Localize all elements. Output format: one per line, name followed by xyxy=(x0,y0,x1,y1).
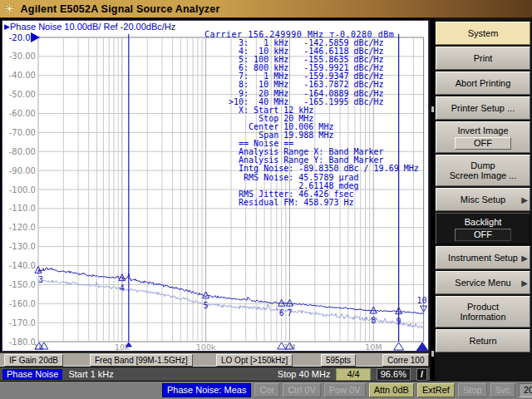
softkey-toggle-value[interactable]: OFF xyxy=(455,137,511,150)
y-axis-label: -150.0 xyxy=(9,280,36,289)
y-axis-labels: -20.00-30.00-40.00-50.00-60.00-70.00-80.… xyxy=(9,33,36,347)
active-trace-icon: ▶ xyxy=(4,22,10,31)
y-axis-label: -180.0 xyxy=(9,337,36,347)
status-badge-svc: Svc xyxy=(490,383,515,397)
softkey-label: Printer Setup ... xyxy=(451,103,515,113)
app-title: Agilent E5052A Signal Source Analyzer xyxy=(21,3,220,15)
softkey-instrument-setup[interactable]: Instrument Setup▶ xyxy=(436,246,530,269)
softkey-printer-setup[interactable]: Printer Setup ... xyxy=(436,96,530,120)
svg-text:7: 7 xyxy=(287,308,292,318)
y-axis-label: -100.0 xyxy=(9,185,36,195)
setting-button-lo-opt-150khz[interactable]: LO Opt [>150kHz] xyxy=(216,354,293,367)
softkey-label: Backlight xyxy=(465,217,502,227)
softkey-label-line2: Screen Image ... xyxy=(450,170,517,180)
instrument-status-bar: Phase Noise: MeasCorCtrl 0VPow 0VAttn 0d… xyxy=(0,382,532,399)
y-axis-label: -50.00 xyxy=(9,90,36,99)
scroll-tick-bottom xyxy=(431,351,434,357)
marker-table: 3: 1 kHz -142.5859 dBc/Hz 4: 10 kHz -146… xyxy=(229,39,419,207)
softkey-label: Return xyxy=(469,336,496,346)
softkey-service-menu[interactable]: Service Menu▶ xyxy=(436,271,530,294)
svg-text:10: 10 xyxy=(417,296,427,305)
y-axis-label: -110.0 xyxy=(9,204,36,213)
status-badge-pow-0v: Pow 0V xyxy=(324,383,366,397)
submenu-arrow-icon: ▶ xyxy=(521,195,528,204)
y-axis-label: -80.00 xyxy=(9,147,36,156)
average-count-badge: 4/4 xyxy=(336,368,370,381)
sweep-spinner-icon: / xyxy=(416,368,427,381)
softkey-system[interactable]: System xyxy=(436,22,530,45)
status-badge-extref: ExtRef xyxy=(417,383,455,397)
softkey-toggle-value[interactable]: OFF xyxy=(455,229,511,241)
y-axis-label: -90.00 xyxy=(9,166,36,175)
softkey-invert-image[interactable]: Invert ImageOFF xyxy=(436,121,530,153)
y-axis-label: -170.0 xyxy=(9,318,36,328)
softkey-label: System xyxy=(468,28,499,38)
svg-text:4: 4 xyxy=(120,283,125,293)
instrument-screen: ✳ Agilent E5052A Signal Source Analyzer … xyxy=(0,0,532,399)
trace-scale-header: ▶Phase Noise 10.00dB/ Ref -20.00dBc/Hz xyxy=(4,22,175,32)
softkey-label: Dump xyxy=(470,160,495,170)
status-badge-cor: Cor xyxy=(254,383,279,397)
marker-table-line: Intg Noise: -89.8350 dBc / 19.69 MHz xyxy=(229,165,419,173)
status-badge-ctrl-0v: Ctrl 0V xyxy=(283,383,321,397)
setting-button-595pts[interactable]: 595pts xyxy=(321,354,356,367)
softkey-return[interactable]: Return xyxy=(436,329,530,352)
softkey-menu: SystemPrintAbort PrintingPrinter Setup .… xyxy=(436,22,530,352)
softkey-backlight[interactable]: BacklightOFF xyxy=(436,213,530,244)
softkey-label-line2: Information xyxy=(460,312,505,322)
status-badge-2021-05-28-10-52: 2021-05-28 10:52 xyxy=(519,383,532,397)
progress-badge: 96.6% xyxy=(377,368,411,381)
sweep-stop-label: Stop 40 MHz xyxy=(278,369,331,379)
setting-button-if-gain-20db[interactable]: IF Gain 20dB xyxy=(4,354,63,367)
y-axis-label: -40.00 xyxy=(9,71,36,80)
svg-text:3: 3 xyxy=(38,275,43,284)
svg-text:8: 8 xyxy=(371,316,376,325)
y-axis-label: -130.0 xyxy=(9,242,36,251)
softkey-product[interactable]: ProductInformation xyxy=(436,296,530,328)
x-axis-label: 1k xyxy=(33,342,43,351)
app-icon: ✳ xyxy=(4,2,15,15)
softkey-label: Misc Setup xyxy=(461,195,505,204)
setting-button-corre-100[interactable]: Corre 100 xyxy=(382,354,429,367)
softkey-menu-scrollbar[interactable] xyxy=(431,18,435,381)
softkey-label: Invert Image xyxy=(457,126,508,135)
x-axis-labels: 1k10k100k1M10M xyxy=(33,342,382,351)
status-badge-phase-noise-meas: Phase Noise: Meas xyxy=(162,383,251,397)
y-axis-label: -60.00 xyxy=(9,109,36,118)
softkey-label: Service Menu xyxy=(455,278,510,288)
marker-table-line: Residual FM: 458.973 Hz xyxy=(229,199,419,207)
y-axis-label: -30.00 xyxy=(9,52,36,61)
measurement-settings-bar: IF Gain 20dBFreq Band [99M-1.5GHz]LO Opt… xyxy=(0,352,429,367)
svg-text:5: 5 xyxy=(204,301,209,310)
softkey-dump[interactable]: DumpScreen Image ... xyxy=(436,155,530,186)
x-axis-label: 100k xyxy=(196,342,216,351)
softkey-print[interactable]: Print xyxy=(436,47,530,70)
svg-text:9: 9 xyxy=(397,317,401,326)
x-axis-label: 1M xyxy=(283,342,295,351)
softkey-label: Instrument Setup xyxy=(448,253,518,263)
title-bar: ✳ Agilent E5052A Signal Source Analyzer xyxy=(0,0,532,18)
y-axis-label: -140.0 xyxy=(9,261,36,270)
submenu-arrow-icon: ▶ xyxy=(521,254,528,263)
y-axis-label: -70.00 xyxy=(9,128,36,137)
status-badge-attn-0db: Attn 0dB xyxy=(369,383,414,397)
setting-button-freq-band-99m-1-5ghz[interactable]: Freq Band [99M-1.5GHz] xyxy=(90,354,193,367)
y-axis-label: -120.0 xyxy=(9,223,36,232)
channel-badge: Phase Noise xyxy=(2,369,62,380)
svg-text:6: 6 xyxy=(279,308,284,318)
x-axis-label: 10M xyxy=(365,342,382,351)
sweep-status-bar: Phase Noise Start 1 kHz Stop 40 MHz 4/4 … xyxy=(0,367,430,381)
softkey-misc-setup[interactable]: Misc Setup▶ xyxy=(436,188,530,211)
softkey-abort-printing[interactable]: Abort Printing xyxy=(436,71,530,95)
softkey-label: Print xyxy=(474,53,493,63)
sweep-start-label: Start 1 kHz xyxy=(68,369,113,379)
status-badge-stop: Stop xyxy=(458,383,487,397)
softkey-label: Abort Printing xyxy=(456,78,511,88)
submenu-arrow-icon: ▶ xyxy=(521,278,528,288)
trace-scale-label: Phase Noise 10.00dB/ Ref -20.00dBc/Hz xyxy=(10,22,175,32)
softkey-label: Product xyxy=(467,302,499,312)
x-axis-label: 10k xyxy=(115,342,130,351)
y-axis-label: -160.0 xyxy=(9,299,36,308)
scroll-tick-top xyxy=(431,106,434,112)
phase-noise-plot-panel: -20.00-30.00-40.00-50.00-60.00-70.00-80.… xyxy=(2,20,429,352)
